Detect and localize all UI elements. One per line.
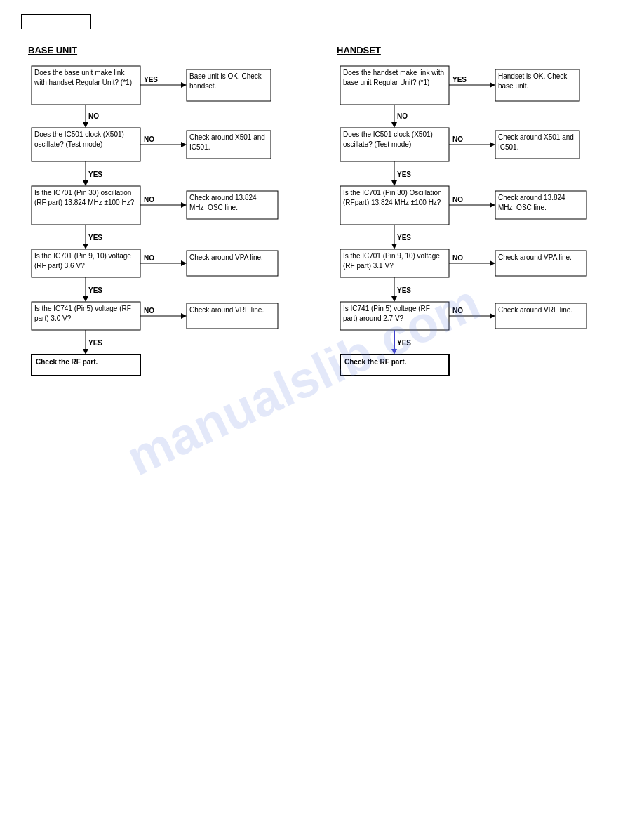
svg-text:NO: NO <box>144 254 154 262</box>
base-unit-column: BASE UNIT Does the base unit make link w… <box>21 45 330 498</box>
svg-marker-38 <box>83 349 88 355</box>
svg-text:YES: YES <box>397 339 411 347</box>
svg-text:NO: NO <box>452 254 463 262</box>
handset-title: HANDSET <box>337 45 631 55</box>
svg-marker-67 <box>490 260 495 266</box>
svg-text:YES: YES <box>452 76 467 84</box>
svg-marker-51 <box>490 142 495 147</box>
page: manualslib.com BASE UNIT Does the base u… <box>0 0 644 834</box>
svg-marker-79 <box>391 349 397 355</box>
svg-marker-6 <box>83 122 88 128</box>
svg-marker-2 <box>181 82 187 88</box>
svg-marker-55 <box>391 180 397 186</box>
svg-marker-22 <box>83 244 88 249</box>
svg-text:NO: NO <box>88 112 99 120</box>
svg-text:NO: NO <box>452 307 463 315</box>
svg-marker-14 <box>83 180 88 186</box>
svg-text:NO: NO <box>144 196 154 204</box>
svg-marker-47 <box>391 122 397 128</box>
page-label <box>21 14 91 29</box>
svg-marker-59 <box>490 202 495 208</box>
svg-text:NO: NO <box>144 135 154 143</box>
svg-text:YES: YES <box>144 76 158 84</box>
svg-text:NO: NO <box>144 307 154 315</box>
base-unit-title: BASE UNIT <box>28 45 323 55</box>
svg-text:YES: YES <box>88 286 102 294</box>
base-unit-flowchart: Does the base unit make link with handse… <box>28 62 323 498</box>
handset-column: HANDSET Does the handset make link with … <box>330 45 638 498</box>
svg-marker-18 <box>181 202 187 208</box>
svg-marker-43 <box>490 82 495 88</box>
svg-marker-34 <box>181 313 187 319</box>
svg-marker-75 <box>490 313 495 319</box>
svg-marker-71 <box>391 296 397 302</box>
svg-text:NO: NO <box>397 112 408 120</box>
svg-text:YES: YES <box>88 339 102 347</box>
svg-text:YES: YES <box>397 286 411 294</box>
svg-text:NO: NO <box>452 196 463 204</box>
svg-text:YES: YES <box>397 171 411 178</box>
svg-marker-63 <box>391 244 397 249</box>
svg-marker-10 <box>181 142 187 147</box>
svg-text:YES: YES <box>88 171 102 178</box>
svg-text:NO: NO <box>452 135 463 143</box>
svg-text:YES: YES <box>397 234 411 241</box>
svg-marker-30 <box>83 296 88 302</box>
diagram-container: BASE UNIT Does the base unit make link w… <box>21 45 623 498</box>
svg-text:YES: YES <box>88 234 102 241</box>
svg-marker-26 <box>181 260 187 266</box>
handset-flowchart: Does the handset make link with base uni… <box>337 62 631 498</box>
